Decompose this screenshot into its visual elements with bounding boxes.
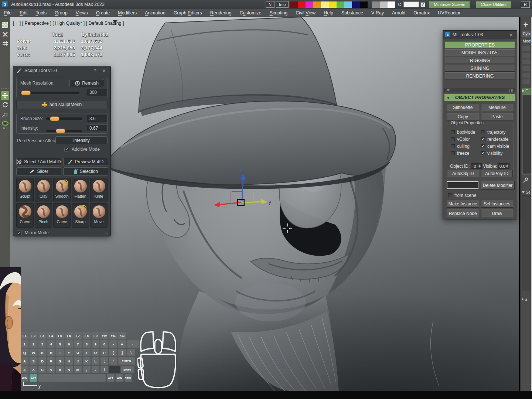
brush-size-value[interactable]: 3.6 xyxy=(87,115,108,122)
object-properties-header[interactable]: OBJECT PROPERTIES xyxy=(444,94,515,101)
autoobj-id-button[interactable]: AutoObj ID xyxy=(447,170,479,177)
menu-v-ray[interactable]: V-Ray xyxy=(367,10,388,16)
rotate-tool-icon[interactable] xyxy=(1,100,9,109)
menu-substance[interactable]: Substance xyxy=(337,10,367,16)
tab-skining[interactable]: SKINING xyxy=(445,65,515,72)
tab-properties[interactable]: PROPERTIES xyxy=(445,41,515,48)
brush-pinch[interactable]: Pinch xyxy=(35,203,52,228)
paste-button[interactable]: Paste xyxy=(481,113,514,120)
draw-button[interactable]: Draw xyxy=(481,209,514,217)
menu-ornatrix[interactable]: Ornatrix xyxy=(409,10,434,16)
close-utilities-button[interactable]: Close Utilities xyxy=(476,1,511,8)
slicer-button[interactable]: Slicer xyxy=(16,167,61,175)
resize-grip[interactable]: ..: xyxy=(105,231,109,235)
menu-edit[interactable]: Edit xyxy=(16,10,32,16)
color-swatch[interactable] xyxy=(329,1,337,8)
copy-button[interactable]: Copy xyxy=(447,113,479,120)
brush-flatten[interactable]: Flatten xyxy=(72,178,89,202)
autopoly-id-button[interactable]: AutoPoly ID xyxy=(481,170,513,177)
viewport-label[interactable]: [ + ] [ Perspective ] [ High Quality* ] … xyxy=(13,21,124,26)
gray-swatch[interactable] xyxy=(388,1,395,8)
sel-instances-button[interactable]: Sel Instances xyxy=(481,200,514,208)
panel-button-placeholder[interactable] xyxy=(522,79,530,84)
menu-civil-view[interactable]: Civil View xyxy=(291,10,320,16)
brush-clay[interactable]: Clay xyxy=(35,178,52,202)
gizmo-y-axis[interactable] xyxy=(243,202,262,202)
panel-button-placeholder[interactable] xyxy=(522,46,530,51)
freeze-checkbox[interactable] xyxy=(451,151,455,155)
renderable-checkbox[interactable] xyxy=(481,137,485,141)
menu-uvreactor[interactable]: UVReactor xyxy=(434,10,465,16)
mirror-mode-checkbox[interactable] xyxy=(17,231,22,235)
menu-graph-editors[interactable]: Graph Editors xyxy=(170,10,206,16)
modifier-stack-list[interactable] xyxy=(522,95,531,174)
intensity-slider[interactable] xyxy=(46,130,82,132)
modifier-stack-selected-row[interactable]: E xyxy=(522,88,531,94)
color-swatch[interactable] xyxy=(306,1,313,8)
object-name-field[interactable]: Cylin xyxy=(522,31,531,37)
additive-mode-checkbox[interactable] xyxy=(64,147,69,152)
brush-move[interactable]: Move xyxy=(90,203,108,228)
color-swatch[interactable] xyxy=(352,1,360,8)
create-tab-plus-icon[interactable]: + xyxy=(521,20,531,30)
make-instance-button[interactable]: Make Instance xyxy=(447,200,479,208)
color-swatch[interactable] xyxy=(290,1,298,8)
rollout-soft-selection[interactable]: S xyxy=(522,297,531,301)
menu-help[interactable]: Help xyxy=(320,10,337,16)
modifier-name-input[interactable] xyxy=(447,181,478,189)
culling-checkbox[interactable] xyxy=(451,144,455,148)
color-swatch[interactable] xyxy=(321,1,329,8)
menu-arnold[interactable]: Arnold xyxy=(388,10,409,16)
gray-swatch[interactable] xyxy=(380,1,388,8)
rollout-collapse-bar[interactable] xyxy=(444,88,515,92)
visibility-all-eye-icon[interactable] xyxy=(1,119,9,127)
tab-modeling-uvs[interactable]: MODELING / UVs xyxy=(445,49,515,56)
mesh-resolution-value[interactable]: 300 xyxy=(87,89,108,96)
minimize-screen-button[interactable]: Minimize Screen xyxy=(429,1,470,8)
tab-rendering[interactable]: RENDERING xyxy=(445,72,515,79)
tab-rigging[interactable]: RIGGING xyxy=(445,57,515,64)
pen-pressure-dropdown[interactable]: Intensity xyxy=(55,136,108,144)
brush-sharp[interactable]: Sharp xyxy=(72,203,89,228)
object-id-spinner[interactable]: 0 xyxy=(471,163,482,169)
scale-tool-icon[interactable] xyxy=(1,110,9,118)
visible-spinner[interactable]: 0.0 xyxy=(498,163,509,169)
menu-animation[interactable]: Animation xyxy=(141,10,170,16)
brush-size-slider[interactable] xyxy=(46,117,82,120)
menu-customize[interactable]: Customize xyxy=(235,10,265,16)
viewport-filter-funnel-icon[interactable] xyxy=(113,20,118,25)
silhouette-button[interactable]: Silhouette xyxy=(447,104,479,111)
gray-swatch[interactable] xyxy=(372,1,380,8)
measure-button[interactable]: Measure xyxy=(481,104,514,111)
select-add-matid-button[interactable]: Select / Add MatID xyxy=(16,158,61,166)
close-icon[interactable]: ✕ xyxy=(100,68,108,74)
menu-group[interactable]: Group xyxy=(51,10,72,16)
menu-views[interactable]: Views xyxy=(72,10,92,16)
panel-button-placeholder[interactable] xyxy=(522,73,530,78)
visibility-checkbox[interactable] xyxy=(481,151,485,155)
intensity-value[interactable]: 0.67 xyxy=(87,125,108,132)
preview-matid-button[interactable]: Preview MatID xyxy=(63,158,108,166)
menu-scripting[interactable]: Scripting xyxy=(266,10,292,16)
rollout-selection[interactable]: Se xyxy=(522,190,531,194)
axis-constraint-x-icon[interactable] xyxy=(1,30,9,38)
brush-smooth[interactable]: Smooth xyxy=(53,178,71,202)
color-swatch[interactable] xyxy=(313,1,321,8)
color-swatch[interactable] xyxy=(344,1,352,8)
cam-visible-checkbox[interactable] xyxy=(481,144,485,148)
ml-tools-titlebar[interactable]: 3 ML Tools v.1.03 ✕ xyxy=(443,31,517,39)
checker-snap-icon[interactable] xyxy=(1,21,9,29)
brush-sculpt[interactable]: Sculpt xyxy=(16,178,34,202)
modifier-list-dropdown[interactable]: Modif xyxy=(522,38,531,44)
replace-node-button[interactable]: Replace Node xyxy=(447,209,479,217)
color-swatch[interactable] xyxy=(337,1,344,8)
brush-carve[interactable]: Carve xyxy=(53,203,71,228)
panel-button-placeholder[interactable] xyxy=(522,59,530,64)
selection-button[interactable]: Selection xyxy=(63,167,108,175)
boxMode-checkbox[interactable] xyxy=(451,130,455,134)
add-sculptmesh-button[interactable]: add sculptMesh xyxy=(16,100,108,109)
menu-rendering[interactable]: Rendering xyxy=(206,10,236,16)
from-scene-checkbox[interactable] xyxy=(448,193,452,197)
titlebar-checkbox[interactable]: ✓ xyxy=(420,2,425,7)
color-swatch[interactable] xyxy=(298,1,306,8)
